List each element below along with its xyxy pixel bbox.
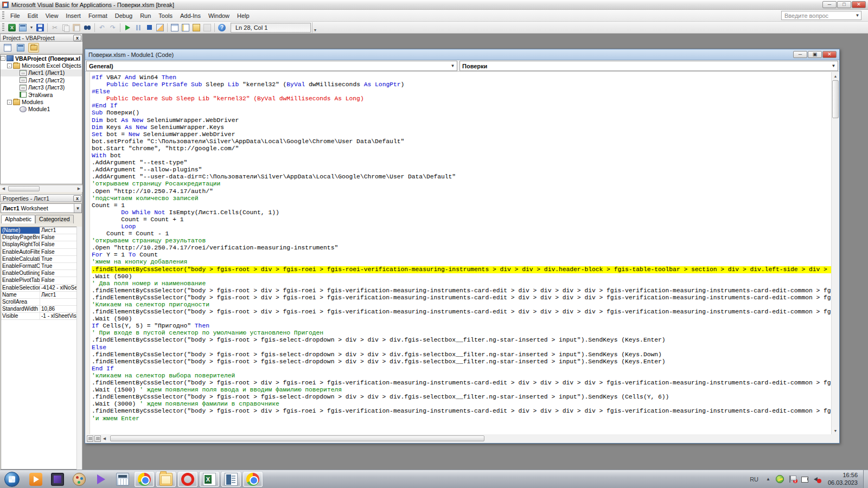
- code-line[interactable]: Public Declare Sub Sleep Lib "kernel32" …: [92, 95, 831, 102]
- code-line[interactable]: If Cells(Y, 5) = "Пригодно" Then: [92, 323, 831, 330]
- view-excel-button[interactable]: X: [7, 23, 17, 33]
- code-hscrollbar[interactable]: ◀: [86, 434, 839, 442]
- volume-muted-icon[interactable]: [813, 475, 821, 483]
- view-code-button[interactable]: [2, 43, 13, 53]
- tree-item[interactable]: Лист2 (Лист2): [1, 76, 82, 84]
- scroll-right-icon[interactable]: ▶: [75, 185, 82, 192]
- show-desktop-button[interactable]: [863, 470, 868, 488]
- code-line[interactable]: 'и жмем Enter: [92, 415, 831, 422]
- tree-expander-icon[interactable]: -: [7, 100, 12, 105]
- code-line[interactable]: #End If: [92, 102, 831, 110]
- start-button[interactable]: [4, 472, 20, 487]
- clock[interactable]: 16:56 06.03.2023: [824, 472, 863, 487]
- property-row[interactable]: DisplayRightToLefFalse: [1, 241, 81, 248]
- reset-button[interactable]: [144, 23, 154, 33]
- code-line[interactable]: Public Declare PtrSafe Sub Sleep Lib "ke…: [92, 81, 831, 88]
- toolbar-overflow-button[interactable]: ▼: [312, 22, 318, 33]
- menu-debug[interactable]: Debug: [111, 11, 136, 21]
- project-tree-hscrollbar[interactable]: ◀ ▶: [0, 185, 82, 192]
- code-line[interactable]: 'открываем страницу результатов: [92, 237, 831, 245]
- scroll-left-icon[interactable]: ◀: [0, 185, 7, 192]
- action-center-flag-icon[interactable]: x: [788, 475, 796, 483]
- toggle-folders-button[interactable]: [28, 43, 39, 53]
- code-line[interactable]: .findElementByCssSelector("body > fgis-r…: [92, 408, 831, 415]
- code-line[interactable]: Set bot = New SeleniumWrapper.WebDriver: [92, 131, 831, 138]
- object-combo[interactable]: General) ▼: [86, 61, 457, 71]
- menu-run[interactable]: Run: [136, 11, 155, 21]
- project-panel-header[interactable]: Project - VBAProject x: [0, 34, 82, 42]
- view-object-button[interactable]: [15, 43, 26, 53]
- properties-vscrollbar[interactable]: [76, 227, 82, 470]
- antivirus-icon[interactable]: [776, 475, 784, 483]
- code-editor[interactable]: #If VBA7 And Win64 Then Public Declare P…: [86, 72, 839, 434]
- code-line-highlighted[interactable]: .findElementByCssSelector("body > fgis-r…: [92, 266, 831, 273]
- paste-button[interactable]: [72, 23, 81, 33]
- taskbar-excel-button[interactable]: [200, 472, 219, 487]
- code-line[interactable]: For Y = 1 To Count: [92, 252, 831, 259]
- run-button[interactable]: [123, 23, 132, 33]
- code-line[interactable]: 'жмем на кнопку добавления: [92, 259, 831, 266]
- object-combo-dropdown-icon[interactable]: ▼: [449, 61, 457, 70]
- tree-item[interactable]: Module1: [1, 106, 82, 113]
- question-input[interactable]: Введите вопрос ▼: [781, 11, 861, 20]
- code-line[interactable]: .Open "http://10.250.74.17/roei/verifica…: [92, 245, 831, 252]
- insert-userform-button[interactable]: [18, 23, 28, 33]
- code-line[interactable]: Sub Поверки(): [92, 110, 831, 117]
- tree-item[interactable]: -Modules: [1, 98, 82, 105]
- property-row[interactable]: DisplayPageBreakFalse: [1, 234, 81, 241]
- tab-categorized[interactable]: Categorized: [35, 215, 74, 223]
- tab-alphabetic[interactable]: Alphabetic: [1, 215, 35, 223]
- code-close-button[interactable]: ✕: [822, 51, 837, 58]
- code-line[interactable]: 'открываем страницу Росаккредитации: [92, 181, 831, 188]
- code-line[interactable]: Dim Keys As New SeleniumWrapper.Keys: [92, 124, 831, 131]
- property-row[interactable]: EnableAutoFilterFalse: [1, 249, 81, 256]
- code-vscrollbar[interactable]: ▲ ▼: [831, 72, 839, 434]
- code-line[interactable]: Count = 1: [92, 202, 831, 209]
- code-line[interactable]: .findElementByCssSelector("body > fgis-r…: [92, 337, 831, 344]
- question-dropdown-icon[interactable]: ▼: [854, 11, 861, 20]
- design-mode-button[interactable]: [155, 23, 165, 33]
- menu-addins[interactable]: Add-Ins: [176, 11, 205, 21]
- full-module-view-button[interactable]: [94, 435, 101, 442]
- menu-drag-grip[interactable]: [2, 11, 4, 20]
- property-row[interactable]: EnableSelection-4142 - xlNoSele: [1, 285, 81, 292]
- scroll-left-icon[interactable]: ◀: [101, 435, 108, 442]
- tree-expander-icon[interactable]: -: [1, 56, 5, 61]
- toolbox-button[interactable]: [202, 23, 212, 33]
- hscroll-thumb[interactable]: [110, 435, 484, 441]
- procedure-combo[interactable]: Поверки ▼: [459, 61, 838, 71]
- code-line[interactable]: bot.setProfile "C:\Пользователи\Silver\A…: [92, 138, 831, 145]
- code-line[interactable]: 'кликаем на селектор выбора поверителей: [92, 373, 831, 380]
- tree-item[interactable]: -VBAProject (Поверки.xl: [1, 55, 82, 62]
- code-line[interactable]: With bot: [92, 152, 831, 159]
- taskbar-remote-monitor-button[interactable]: [48, 472, 67, 487]
- property-row[interactable]: (Name)Лист1: [1, 227, 81, 234]
- code-line[interactable]: .Wait (1500) ' ждем появления поля ввода…: [92, 387, 831, 394]
- hidden-icons-chevron[interactable]: ▲: [763, 477, 774, 481]
- taskbar-explorer-folder-button[interactable]: [156, 472, 176, 487]
- code-line[interactable]: .findElementByCssSelector("body > fgis-r…: [92, 394, 831, 401]
- properties-window-button[interactable]: [181, 23, 190, 33]
- object-selector-combo[interactable]: Лист1 Worksheet ▼: [1, 203, 82, 213]
- property-row[interactable]: NameЛист1: [1, 292, 81, 299]
- code-restore-button[interactable]: ▣: [808, 51, 822, 58]
- tree-expander-icon[interactable]: -: [7, 63, 12, 68]
- help-button[interactable]: ?: [217, 23, 227, 33]
- code-line[interactable]: Do While Not IsEmpty(Лист1.Cells(Count, …: [92, 209, 831, 216]
- properties-panel-close-icon[interactable]: x: [73, 195, 81, 202]
- code-line[interactable]: .findElementByCssSelector("body > fgis-r…: [92, 287, 831, 294]
- menu-view[interactable]: View: [42, 11, 62, 21]
- taskbar-paint-button[interactable]: [69, 472, 89, 487]
- taskbar-calculator-button[interactable]: [113, 472, 132, 487]
- properties-panel-header[interactable]: Properties - Лист1 x: [0, 194, 82, 202]
- copy-button[interactable]: [61, 23, 71, 33]
- language-indicator[interactable]: RU: [745, 476, 763, 483]
- property-row[interactable]: EnableCalculationTrue: [1, 256, 81, 263]
- property-row[interactable]: ScrollArea: [1, 299, 81, 306]
- undo-button[interactable]: [97, 23, 107, 33]
- project-panel-close-icon[interactable]: x: [73, 35, 81, 41]
- redo-button[interactable]: [108, 23, 118, 33]
- code-line[interactable]: .findElementByCssSelector("body > fgis-r…: [92, 309, 831, 316]
- break-button[interactable]: [133, 23, 143, 33]
- tree-item[interactable]: Лист3 (Лист3): [1, 84, 82, 91]
